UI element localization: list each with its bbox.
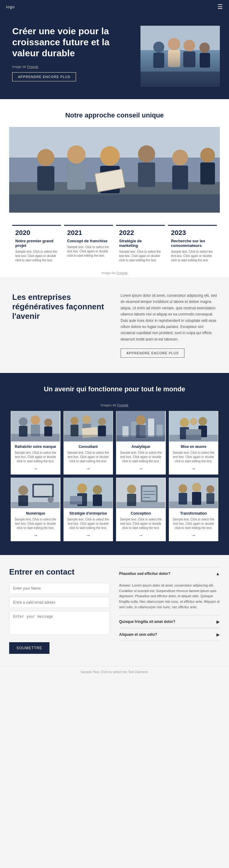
svg-rect-3 [153,53,164,68]
card-image [11,411,61,441]
team-image [9,127,220,213]
entreprises-text-left: Les entreprises régénératives façonnent … [12,292,108,328]
svg-rect-50 [148,418,154,437]
svg-rect-23 [172,165,188,189]
freepik-credit-link[interactable]: Freepik [116,271,128,275]
svg-rect-28 [9,194,220,213]
logo: logo [6,5,15,9]
svg-point-32 [31,415,40,425]
svg-rect-9 [200,53,210,68]
card-text: Sample text. Click to select the text bo… [172,451,216,464]
timeline-heading: Concept de franchise [67,239,110,243]
card-arrow[interactable]: → [67,533,110,538]
timeline-item: 2022 Stratégie de marketing Sample text.… [116,225,165,266]
contact-submit-button[interactable]: SOUMETTRE [9,642,49,654]
svg-rect-93 [169,501,218,508]
svg-rect-76 [64,501,113,508]
service-card: Stratégie d'entreprise Sample text. Clic… [64,477,113,541]
entreprises-section: Les entreprises régénératives façonnent … [0,277,229,373]
service-card: Mise en œuvre Sample text. Click to sele… [169,411,219,474]
svg-rect-44 [98,426,106,436]
svg-rect-47 [122,426,128,437]
card-arrow[interactable]: → [119,466,163,471]
card-image [64,477,113,508]
svg-point-87 [179,484,187,493]
service-card: Transformation Sample text. Click to sel… [169,477,219,541]
card-body: Analytique Sample text. Click to select … [116,441,166,474]
hero-learn-more-button[interactable]: APPRENDRE ENCORE PLUS [12,72,76,82]
svg-rect-39 [71,425,78,436]
svg-rect-51 [157,425,163,437]
faq-container: Phasellus sed efficitur dolor? ▲ Answer:… [119,567,220,654]
svg-point-56 [180,418,189,427]
timeline-text: Sample text. Click to select the text bo… [15,250,58,262]
timeline-section: 2020 Notre premier grand projet Sample t… [0,219,229,269]
svg-point-40 [82,415,91,424]
faq-question-row[interactable]: Quisque fringilla sit amet dolor? ▶ [119,615,220,628]
card-title: Conception [119,511,163,516]
hamburger-icon[interactable]: ☰ [217,3,223,10]
card-arrow[interactable]: → [14,466,58,471]
hero-image-placeholder [141,26,220,87]
svg-rect-0 [141,26,220,87]
service-card: Consultant Sample text. Click to select … [64,411,113,474]
card-title: Numérique [14,511,58,516]
card-title: Mise en œuvre [172,444,216,449]
svg-rect-62 [169,435,218,441]
avenir-section: Un avenir qui fonctionne pour tout le mo… [0,373,229,555]
timeline-year: 2022 [119,229,162,237]
card-arrow[interactable]: → [14,533,58,538]
svg-rect-21 [138,162,155,187]
card-image [116,411,166,441]
timeline-heading: Recherche sur les consommateurs [171,239,214,248]
svg-rect-69 [11,502,60,508]
faq-question-row[interactable]: Phasellus sed efficitur dolor? ▲ [119,567,220,580]
hero-section: Créer une voie pour la croissance future… [0,13,229,99]
card-image [169,477,219,508]
svg-point-91 [206,485,214,493]
avenir-image-credit-link[interactable]: Freepik [117,403,128,407]
card-body: Conception Sample text. Click to select … [116,508,166,541]
faq-question-text: Quisque fringilla sit amet dolor? [119,620,214,624]
avenir-image-credit: Images de Freepik [6,401,223,409]
svg-point-2 [153,41,164,53]
contact-message-input[interactable] [9,611,110,635]
card-body: Numérique Sample text. Click to select t… [11,508,61,541]
timeline-heading: Stratégie de marketing [119,239,162,248]
contact-name-input[interactable] [9,583,110,594]
card-arrow[interactable]: → [67,466,110,471]
faq-question-text: Phasellus sed efficitur dolor? [119,571,213,576]
card-arrow[interactable]: → [119,533,163,538]
entreprises-learn-more-button[interactable]: APPRENDRE ENCORE PLUS [121,348,184,358]
hero-image-credit-link[interactable]: Freepik [27,65,38,68]
card-text: Sample text. Click to select the text bo… [119,517,163,530]
entreprises-text-right: Lorem ipsum dolor sit amet, consectetur … [121,292,217,358]
timeline-heading: Notre premier grand projet [15,239,58,248]
timeline-item: 2021 Concept de franchise Sample text. C… [64,225,113,266]
svg-point-61 [190,418,197,425]
svg-point-6 [184,40,195,52]
faq-question-row[interactable]: Aliquam et sem odio? ▶ [119,628,220,641]
card-title: Rafraîchir votre marque [14,444,58,449]
service-card: Analytique Sample text. Click to select … [116,411,166,474]
svg-point-58 [198,417,207,426]
card-text: Sample text. Click to select the text bo… [119,451,163,464]
card-text: Sample text. Click to select the text bo… [14,451,58,464]
card-arrow[interactable]: → [172,466,216,471]
faq-question-text: Aliquam et sem odio? [119,632,214,637]
timeline-text: Sample text. Click to select the text bo… [171,250,214,262]
card-arrow[interactable]: → [172,533,216,538]
card-title: Stratégie d'entreprise [67,511,110,516]
card-text: Sample text. Click to select the text bo… [67,517,110,530]
cards-grid: Rafraîchir votre marque Sample text. Cli… [6,409,223,543]
svg-point-14 [37,149,54,166]
freepik-credit: Image de Freepik [0,269,229,277]
faq-chevron-icon: ▶ [217,632,220,637]
svg-rect-10 [141,71,220,87]
svg-rect-17 [67,164,85,190]
timeline: 2020 Notre premier grand projet Sample t… [6,219,223,269]
faq-chevron-icon: ▲ [216,571,220,576]
faq-answer: Answer: Lorem ipsum dolor sit amet, cons… [119,580,220,615]
contact-email-input[interactable] [9,597,110,608]
entreprises-body: Lorem ipsum dolor sit amet, consectetur … [121,292,217,342]
